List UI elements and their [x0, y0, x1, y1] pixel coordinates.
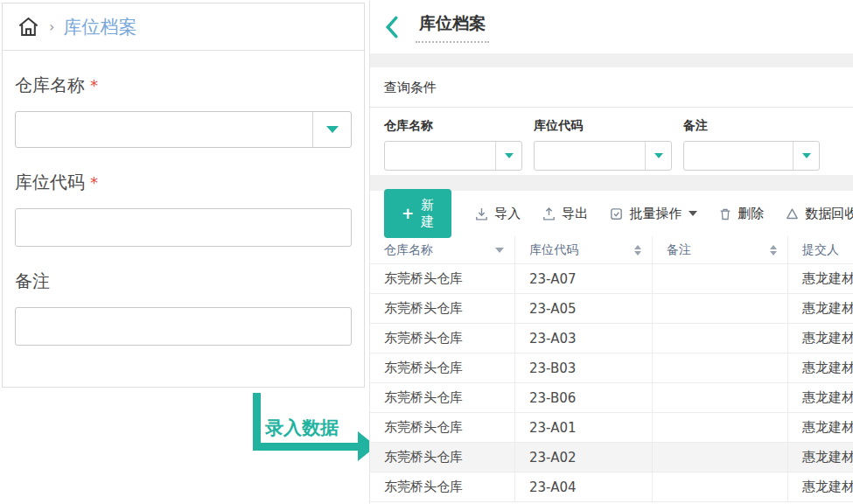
bin-code-label: 库位代码*	[15, 171, 352, 194]
filter-select-arrow[interactable]	[645, 142, 671, 170]
bin-location-table: 仓库名称 库位代码 备注 提交人 东莞桥头仓库 23-A07	[370, 236, 853, 502]
filter-bin-code: 库位代码	[534, 118, 672, 171]
filter-warehouse: 仓库名称	[384, 118, 522, 171]
filter-warehouse-select[interactable]	[384, 141, 522, 171]
breadcrumb-current: 库位档案	[63, 15, 136, 39]
trash-icon	[718, 206, 732, 221]
home-icon[interactable]	[17, 15, 40, 38]
bin-location-form-card: › 库位档案 仓库名称* 库位代码* 备注	[2, 3, 365, 388]
divider-band	[370, 53, 853, 67]
required-asterisk: *	[90, 173, 98, 192]
list-title: 库位档案	[416, 10, 489, 43]
import-button[interactable]: 导入	[474, 206, 521, 222]
filter-remark: 备注	[683, 118, 820, 171]
batch-actions-button[interactable]: 批量操作	[609, 206, 697, 222]
filters-row: 仓库名称 库位代码 备注	[370, 108, 853, 171]
bin-location-list-panel: 库位档案 查询条件 仓库名称 库位代码	[369, 0, 853, 504]
breadcrumb: › 库位档案	[3, 4, 364, 51]
sort-icon[interactable]	[634, 245, 641, 256]
table-row[interactable]: 东莞桥头仓库 23-A05 惠龙建材	[370, 294, 853, 324]
export-button[interactable]: 导出	[542, 206, 588, 222]
breadcrumb-separator: ›	[49, 18, 54, 35]
chevron-down-icon	[802, 153, 811, 158]
warehouse-select-arrow[interactable]	[312, 112, 351, 147]
table-row[interactable]: 东莞桥头仓库 23-A04 惠龙建材	[370, 472, 853, 502]
sort-icon[interactable]	[770, 245, 777, 256]
filter-select-arrow[interactable]	[793, 142, 819, 170]
filter-remark-select[interactable]	[683, 141, 820, 171]
sort-desc-icon[interactable]	[495, 248, 504, 253]
table-row[interactable]: 东莞桥头仓库 23-B06 惠龙建材	[370, 383, 853, 413]
chevron-left-icon	[388, 18, 395, 36]
page: › 库位档案 仓库名称* 库位代码* 备注 录入数据	[0, 0, 853, 504]
chevron-down-icon	[326, 126, 339, 133]
bin-code-input[interactable]	[15, 208, 352, 247]
import-icon	[474, 206, 489, 221]
export-icon	[542, 206, 556, 221]
table-row[interactable]: 东莞桥头仓库 23-B03 惠龙建材	[370, 354, 853, 383]
new-button[interactable]: + 新建	[384, 189, 451, 238]
column-header-remark[interactable]: 备注	[653, 236, 788, 263]
column-header-warehouse[interactable]: 仓库名称	[370, 236, 515, 263]
delete-button[interactable]: 删除	[718, 206, 764, 222]
filter-bin-code-select[interactable]	[534, 141, 672, 171]
chevron-down-icon	[505, 153, 514, 158]
remark-input[interactable]	[15, 307, 352, 346]
table-row[interactable]: 东莞桥头仓库 23-A02 惠龙建材	[370, 443, 853, 472]
table-row[interactable]: 东莞桥头仓库 23-A01 惠龙建材	[370, 413, 853, 443]
query-title: 查询条件	[370, 67, 853, 108]
table-row[interactable]: 东莞桥头仓库 23-A03 惠龙建材	[370, 324, 853, 354]
query-section: 查询条件 仓库名称 库位代码 备注	[370, 67, 853, 175]
plus-icon: +	[402, 206, 414, 221]
chevron-down-icon	[689, 211, 697, 216]
filter-select-arrow[interactable]	[495, 142, 521, 170]
recycle-icon	[785, 206, 800, 221]
column-header-submitter[interactable]: 提交人	[788, 236, 853, 263]
batch-check-icon	[609, 206, 624, 221]
chevron-down-icon	[654, 153, 663, 158]
annotation-arrow-horizontal	[253, 443, 360, 451]
annotation-text: 录入数据	[265, 416, 339, 440]
recycle-bin-button[interactable]: 数据回收站	[785, 206, 853, 222]
required-asterisk: *	[90, 76, 98, 94]
form-area: 仓库名称* 库位代码* 备注	[3, 51, 364, 368]
column-header-bin-code[interactable]: 库位代码	[515, 236, 653, 263]
back-button[interactable]	[382, 16, 402, 38]
remark-label: 备注	[15, 270, 352, 293]
list-header: 库位档案	[370, 0, 853, 53]
table-row[interactable]: 东莞桥头仓库 23-A07 惠龙建材	[370, 264, 853, 294]
warehouse-name-label: 仓库名称*	[15, 74, 352, 97]
warehouse-name-select[interactable]	[15, 111, 352, 148]
toolbar: + 新建 导入 导出 批量操作	[370, 191, 853, 236]
table-header-row: 仓库名称 库位代码 备注 提交人	[370, 236, 853, 264]
